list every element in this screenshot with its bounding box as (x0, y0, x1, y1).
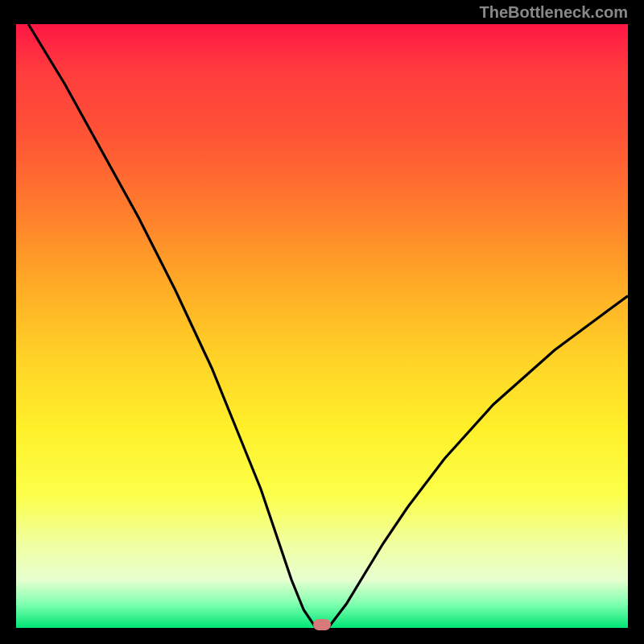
chart-plot-area (16, 24, 628, 628)
watermark-text: TheBottleneck.com (480, 3, 628, 22)
chart-curve-svg (16, 24, 628, 628)
minimum-marker (313, 619, 331, 630)
bottleneck-curve (28, 24, 628, 628)
